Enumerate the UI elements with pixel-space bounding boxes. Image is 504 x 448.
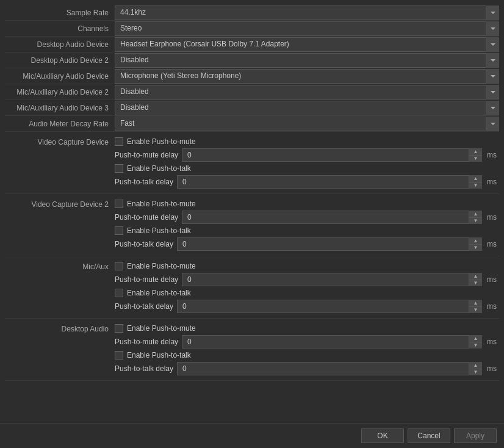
push-to-talk-delay-down-video-capture-device-2[interactable]: ▼ bbox=[469, 245, 482, 251]
device-label-mic-aux: Mic/Aux bbox=[5, 261, 115, 271]
push-to-mute-delay-input-wrapper-video-capture-device: ▲ ▼ bbox=[182, 148, 482, 162]
push-to-talk-delay-input-mic-aux[interactable] bbox=[177, 300, 482, 313]
desktop-audio-device-label: Desktop Audio Device bbox=[5, 40, 115, 49]
mic-aux-device-value[interactable]: Microphone (Yeti Stereo Microphone) bbox=[115, 69, 499, 84]
push-to-mute-delay-down-video-capture-device-2[interactable]: ▼ bbox=[469, 218, 482, 225]
channels-value[interactable]: Stereo bbox=[115, 21, 499, 36]
push-to-talk-delay-up-video-capture-device-2[interactable]: ▲ bbox=[469, 237, 482, 245]
desktop-audio-device2-value[interactable]: Disabled bbox=[115, 53, 499, 68]
desktop-audio-device-value[interactable]: Headset Earphone (Corsair USB Dolby 7.1 … bbox=[115, 37, 499, 52]
push-to-talk-delay-unit-video-capture-device: ms bbox=[487, 178, 499, 186]
push-to-talk-delay-input-wrapper-mic-aux: ▲ ▼ bbox=[177, 300, 482, 313]
push-to-talk-delay-unit-desktop-audio: ms bbox=[487, 364, 499, 373]
device-label-video-capture-device: Video Capture Device bbox=[5, 137, 115, 146]
audio-meter-decay-label: Audio Meter Decay Rate bbox=[5, 120, 115, 128]
sample-rate-label: Sample Rate bbox=[5, 9, 115, 17]
push-to-mute-delay-down-video-capture-device[interactable]: ▼ bbox=[469, 156, 482, 162]
push-to-talk-delay-label-video-capture-device: Push-to-talk delay bbox=[115, 178, 173, 186]
push-to-talk-delay-spinner-desktop-audio: ▲ ▼ bbox=[469, 362, 482, 375]
push-to-talk-label-video-capture-device: Enable Push-to-talk bbox=[127, 164, 191, 173]
push-to-talk-delay-label-mic-aux: Push-to-talk delay bbox=[115, 302, 173, 311]
device-controls-video-capture-device: Enable Push-to-mute Push-to-mute delay ▲… bbox=[115, 137, 499, 189]
push-to-talk-delay-input-desktop-audio[interactable] bbox=[177, 362, 482, 375]
push-to-mute-checkbox-row-mic-aux: Enable Push-to-mute bbox=[115, 261, 499, 271]
device-controls-mic-aux: Enable Push-to-mute Push-to-mute delay ▲… bbox=[115, 261, 499, 313]
mic-aux-device2-value[interactable]: Disabled bbox=[115, 85, 499, 99]
audio-meter-decay-row: Audio Meter Decay Rate Fast bbox=[5, 116, 499, 132]
push-to-talk-delay-down-mic-aux[interactable]: ▼ bbox=[469, 307, 482, 314]
ok-button[interactable]: OK bbox=[361, 428, 404, 443]
apply-button[interactable]: Apply bbox=[454, 428, 497, 443]
push-to-mute-checkbox-desktop-audio[interactable] bbox=[115, 324, 123, 333]
push-to-mute-delay-input-video-capture-device-2[interactable] bbox=[182, 211, 482, 224]
push-to-mute-delay-up-video-capture-device-2[interactable]: ▲ bbox=[469, 211, 482, 218]
push-to-mute-delay-row-video-capture-device-2: Push-to-mute delay ▲ ▼ ms bbox=[115, 211, 499, 224]
device-controls-desktop-audio: Enable Push-to-mute Push-to-mute delay ▲… bbox=[115, 323, 499, 375]
push-to-talk-delay-label-desktop-audio: Push-to-talk delay bbox=[115, 364, 173, 373]
push-to-mute-delay-input-video-capture-device[interactable] bbox=[182, 148, 482, 162]
push-to-mute-delay-spinner-mic-aux: ▲ ▼ bbox=[469, 273, 482, 286]
device-controls-video-capture-device-2: Enable Push-to-mute Push-to-mute delay ▲… bbox=[115, 199, 499, 251]
mic-aux-device2-row: Mic/Auxiliary Audio Device 2 Disabled bbox=[5, 84, 499, 100]
push-to-mute-delay-label-video-capture-device: Push-to-mute delay bbox=[115, 151, 178, 159]
push-to-mute-checkbox-row-video-capture-device: Enable Push-to-mute bbox=[115, 137, 499, 146]
push-to-talk-checkbox-video-capture-device-2[interactable] bbox=[115, 226, 123, 235]
mic-aux-device3-value[interactable]: Disabled bbox=[115, 101, 499, 115]
push-to-mute-delay-up-desktop-audio[interactable]: ▲ bbox=[469, 335, 482, 342]
push-to-talk-delay-up-video-capture-device[interactable]: ▲ bbox=[469, 175, 482, 182]
spacer bbox=[5, 381, 499, 418]
push-to-talk-delay-row-video-capture-device: Push-to-talk delay ▲ ▼ ms bbox=[115, 175, 499, 189]
push-to-mute-delay-up-video-capture-device[interactable]: ▲ bbox=[469, 148, 482, 156]
push-to-talk-checkbox-desktop-audio[interactable] bbox=[115, 351, 123, 359]
device-section-header-mic-aux: Mic/Aux Enable Push-to-mute Push-to-mute… bbox=[5, 260, 499, 314]
push-to-mute-checkbox-mic-aux[interactable] bbox=[115, 262, 123, 270]
push-to-talk-label-mic-aux: Enable Push-to-talk bbox=[127, 289, 191, 297]
push-to-mute-delay-input-desktop-audio[interactable] bbox=[182, 335, 482, 349]
push-to-talk-delay-down-desktop-audio[interactable]: ▼ bbox=[469, 369, 482, 376]
mic-aux-device3-label: Mic/Auxiliary Audio Device 3 bbox=[5, 104, 115, 112]
push-to-mute-delay-unit-video-capture-device: ms bbox=[487, 151, 499, 159]
push-to-mute-label-video-capture-device-2: Enable Push-to-mute bbox=[127, 200, 196, 208]
push-to-mute-delay-label-desktop-audio: Push-to-mute delay bbox=[115, 338, 178, 346]
push-to-mute-delay-unit-desktop-audio: ms bbox=[487, 338, 499, 346]
push-to-mute-delay-input-mic-aux[interactable] bbox=[182, 273, 482, 286]
push-to-talk-delay-input-wrapper-video-capture-device: ▲ ▼ bbox=[177, 175, 482, 189]
device-section-desktop-audio: Desktop Audio Enable Push-to-mute Push-t… bbox=[5, 319, 499, 381]
mic-aux-device3-row: Mic/Auxiliary Audio Device 3 Disabled bbox=[5, 100, 499, 116]
device-label-desktop-audio: Desktop Audio bbox=[5, 323, 115, 333]
push-to-talk-checkbox-mic-aux[interactable] bbox=[115, 289, 123, 297]
push-to-talk-delay-input-video-capture-device[interactable] bbox=[177, 175, 482, 189]
push-to-talk-delay-input-wrapper-desktop-audio: ▲ ▼ bbox=[177, 362, 482, 375]
push-to-mute-checkbox-video-capture-device[interactable] bbox=[115, 137, 123, 146]
device-section-video-capture-device-2: Video Capture Device 2 Enable Push-to-mu… bbox=[5, 194, 499, 256]
push-to-mute-delay-input-wrapper-mic-aux: ▲ ▼ bbox=[182, 273, 482, 286]
device-section-header-video-capture-device-2: Video Capture Device 2 Enable Push-to-mu… bbox=[5, 198, 499, 252]
push-to-talk-delay-input-video-capture-device-2[interactable] bbox=[177, 237, 482, 251]
push-to-mute-checkbox-video-capture-device-2[interactable] bbox=[115, 200, 123, 208]
desktop-audio-device-row: Desktop Audio Device Headset Earphone (C… bbox=[5, 37, 499, 52]
push-to-mute-delay-up-mic-aux[interactable]: ▲ bbox=[469, 273, 482, 280]
push-to-mute-delay-down-desktop-audio[interactable]: ▼ bbox=[469, 342, 482, 349]
push-to-mute-delay-label-video-capture-device-2: Push-to-mute delay bbox=[115, 213, 178, 222]
mic-aux-device3-dropdown-wrapper: Disabled bbox=[115, 101, 499, 115]
device-section-mic-aux: Mic/Aux Enable Push-to-mute Push-to-mute… bbox=[5, 256, 499, 319]
push-to-talk-delay-spinner-video-capture-device: ▲ ▼ bbox=[469, 175, 482, 189]
channels-dropdown-wrapper: Stereo bbox=[115, 21, 499, 36]
push-to-talk-delay-spinner-mic-aux: ▲ ▼ bbox=[469, 300, 482, 313]
push-to-mute-delay-down-mic-aux[interactable]: ▼ bbox=[469, 280, 482, 287]
push-to-talk-delay-unit-mic-aux: ms bbox=[487, 302, 499, 311]
push-to-talk-delay-down-video-capture-device[interactable]: ▼ bbox=[469, 182, 482, 189]
sample-rate-value[interactable]: 44.1khz bbox=[115, 5, 499, 20]
cancel-button[interactable]: Cancel bbox=[408, 428, 450, 443]
push-to-talk-delay-up-mic-aux[interactable]: ▲ bbox=[469, 300, 482, 307]
audio-meter-decay-value[interactable]: Fast bbox=[115, 117, 499, 131]
mic-aux-device2-dropdown-wrapper: Disabled bbox=[115, 85, 499, 99]
push-to-talk-delay-up-desktop-audio[interactable]: ▲ bbox=[469, 362, 482, 369]
push-to-talk-checkbox-video-capture-device[interactable] bbox=[115, 164, 123, 173]
push-to-talk-label-video-capture-device-2: Enable Push-to-talk bbox=[127, 226, 191, 235]
push-to-talk-checkbox-row-mic-aux: Enable Push-to-talk bbox=[115, 288, 499, 298]
mic-aux-device-dropdown-wrapper: Microphone (Yeti Stereo Microphone) bbox=[115, 69, 499, 84]
push-to-mute-delay-unit-mic-aux: ms bbox=[487, 275, 499, 284]
sample-rate-row: Sample Rate 44.1khz bbox=[5, 5, 499, 21]
push-to-talk-delay-row-desktop-audio: Push-to-talk delay ▲ ▼ ms bbox=[115, 362, 499, 375]
